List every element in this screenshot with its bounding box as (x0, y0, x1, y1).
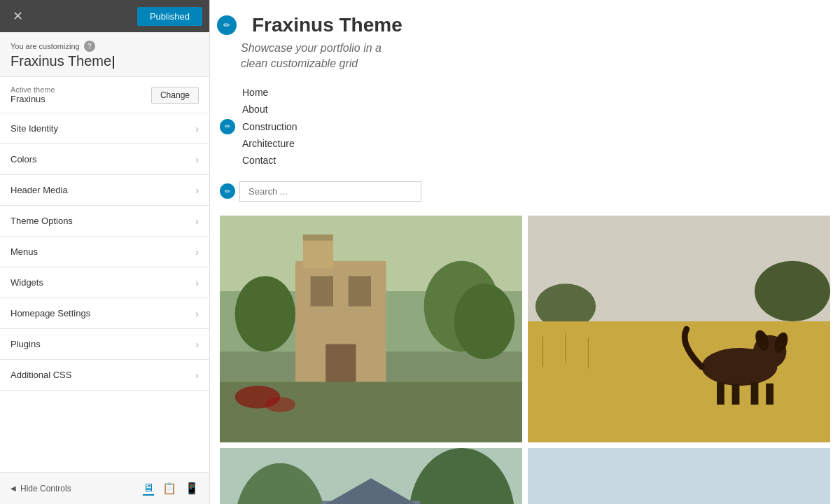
nav-links: HomeAboutConstructionArchitectureContact (242, 85, 298, 169)
grid-image (528, 216, 830, 442)
search-input[interactable] (239, 181, 421, 202)
svg-rect-27 (717, 382, 724, 404)
change-theme-button[interactable]: Change (151, 87, 199, 104)
menu-item-header-media[interactable]: Header Media› (0, 175, 209, 206)
menu-item-chevron: › (195, 185, 199, 196)
right-panel: ✏ Fraxinus Theme Showcase your portfolio… (210, 0, 840, 504)
menu-items-list: Site Identity›Colors›Header Media›Theme … (0, 113, 209, 472)
svg-rect-8 (303, 234, 333, 241)
menu-item-chevron: › (195, 246, 199, 258)
svg-rect-29 (751, 382, 759, 404)
customizing-theme-name: Fraxinus Theme (10, 53, 199, 69)
menu-item-chevron: › (195, 339, 199, 350)
menu-item-colors[interactable]: Colors› (0, 144, 209, 175)
nav-link[interactable]: Contact (242, 153, 298, 168)
hide-controls-button[interactable]: ◀ Hide Controls (10, 484, 71, 493)
site-title: Fraxinus Theme (252, 14, 402, 36)
menu-item-additional-css[interactable]: Additional CSS› (0, 360, 209, 391)
active-theme-name: Fraxinus (10, 94, 55, 104)
svg-rect-7 (303, 238, 333, 268)
svg-point-9 (235, 276, 295, 351)
active-theme-label: Active theme (10, 85, 55, 94)
menu-item-chevron: › (195, 154, 199, 165)
help-icon[interactable]: ? (84, 41, 95, 52)
mobile-icon[interactable]: 📱 (185, 482, 199, 496)
menu-item-homepage-settings[interactable]: Homepage Settings› (0, 298, 209, 329)
menu-item-chevron: › (195, 277, 199, 288)
menu-item-chevron: › (195, 370, 199, 381)
menu-item-label: Site Identity (10, 123, 58, 134)
grid-image (220, 216, 522, 442)
nav-edit-icon[interactable]: ✏ (220, 119, 235, 134)
grid-image (528, 448, 830, 504)
svg-rect-4 (311, 276, 333, 306)
hide-controls-arrow: ◀ (10, 484, 16, 492)
device-icons: 🖥 📋 📱 (143, 482, 199, 496)
menu-item-label: Widgets (10, 277, 43, 288)
image-grid (210, 209, 840, 504)
preview-header: ✏ Fraxinus Theme Showcase your portfolio… (210, 0, 840, 79)
menu-item-label: Menus (10, 246, 38, 257)
menu-item-plugins[interactable]: Plugins› (0, 329, 209, 360)
menu-item-widgets[interactable]: Widgets› (0, 267, 209, 298)
left-panel: ✕ Published You are customizing ? Fraxin… (0, 0, 210, 504)
menu-item-label: Homepage Settings (10, 308, 90, 318)
site-identity-edit-icon[interactable]: ✏ (217, 15, 237, 35)
menu-item-site-identity[interactable]: Site Identity› (0, 113, 209, 144)
nav-link[interactable]: Home (242, 85, 298, 100)
menu-item-label: Colors (10, 154, 37, 164)
menu-item-label: Header Media (10, 185, 68, 195)
svg-point-14 (265, 397, 295, 412)
menu-item-chevron: › (195, 216, 199, 227)
preview-nav: ✏ HomeAboutConstructionArchitectureConta… (210, 79, 840, 174)
preview-search: ✏ (210, 174, 840, 209)
search-edit-icon[interactable]: ✏ (220, 183, 235, 199)
nav-link[interactable]: About (242, 102, 298, 117)
customizing-label: You are customizing ? (10, 41, 199, 52)
svg-rect-28 (732, 383, 740, 404)
active-theme-info: Active theme Fraxinus (10, 85, 55, 104)
nav-link[interactable]: Architecture (242, 136, 298, 151)
svg-rect-30 (766, 383, 774, 404)
top-bar: ✕ Published (0, 0, 209, 32)
tablet-icon[interactable]: 📋 (162, 482, 176, 496)
site-tagline: Showcase your portfolio in aclean custom… (241, 41, 819, 72)
cursor-indicator (113, 56, 114, 69)
grid-image (220, 448, 522, 504)
menu-item-label: Additional CSS (10, 370, 71, 380)
active-theme-section: Active theme Fraxinus Change (0, 77, 209, 113)
close-button[interactable]: ✕ (7, 6, 29, 27)
menu-item-label: Plugins (10, 339, 41, 349)
menu-item-chevron: › (195, 308, 199, 319)
svg-rect-50 (528, 448, 830, 504)
menu-item-label: Theme Options (10, 216, 73, 226)
svg-rect-5 (349, 276, 371, 306)
menu-item-menus[interactable]: Menus› (0, 237, 209, 267)
customizing-section: You are customizing ? Fraxinus Theme (0, 32, 209, 77)
published-button[interactable]: Published (137, 7, 202, 26)
hide-controls-label: Hide Controls (20, 484, 71, 493)
bottom-bar: ◀ Hide Controls 🖥 📋 📱 (0, 472, 209, 504)
nav-link[interactable]: Construction (242, 119, 298, 134)
menu-item-chevron: › (195, 123, 199, 134)
menu-item-theme-options[interactable]: Theme Options› (0, 206, 209, 237)
desktop-icon[interactable]: 🖥 (143, 482, 154, 496)
svg-point-18 (755, 261, 830, 321)
svg-point-11 (454, 284, 514, 359)
